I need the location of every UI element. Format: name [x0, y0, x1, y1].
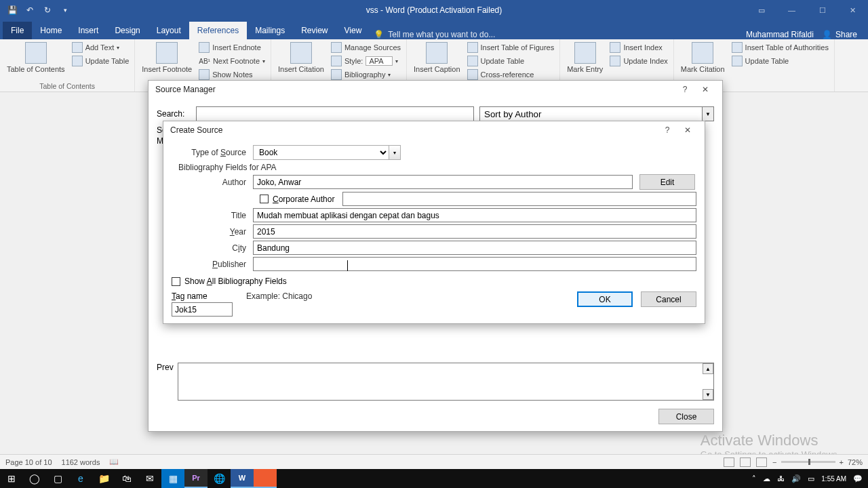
chrome-icon[interactable]: 🌐 [208, 469, 231, 488]
scroll-up-icon[interactable]: ▲ [703, 363, 713, 374]
language-icon[interactable]: ▭ [808, 474, 814, 483]
tell-me-search[interactable]: 💡 Tell me what you want to do... [374, 30, 495, 39]
update-table-button[interactable]: Update Table [71, 54, 131, 68]
save-icon[interactable]: 💾 [4, 2, 20, 18]
add-text-button[interactable]: Add Text▾ [71, 41, 131, 54]
zoom-slider[interactable] [781, 461, 835, 463]
insert-figures-button[interactable]: Insert Table of Figures [466, 41, 556, 54]
markentry-icon [574, 42, 596, 64]
table-of-contents-button[interactable]: Table of Contents [4, 41, 68, 75]
help-icon[interactable]: ? [675, 83, 695, 96]
update-toa-button[interactable]: Update Table [730, 54, 830, 68]
zoom-level[interactable]: 72% [848, 458, 863, 466]
update-figures-button[interactable]: Update Table [466, 54, 556, 68]
redo-icon[interactable]: ↻ [39, 2, 56, 18]
markcite-icon [692, 42, 713, 64]
edit-author-button[interactable]: Edit [639, 174, 695, 190]
chevron-down-icon[interactable]: ▼ [702, 106, 714, 121]
title-input[interactable] [253, 208, 696, 222]
recorder-icon[interactable] [254, 469, 277, 488]
read-mode-icon[interactable] [724, 458, 734, 467]
maximize-icon[interactable]: ☐ [807, 0, 837, 20]
insert-index-button[interactable]: Insert Index [608, 41, 669, 54]
close-button[interactable]: Close [658, 409, 714, 424]
taskview-icon[interactable]: ▢ [46, 469, 69, 488]
ribbon-options-icon[interactable]: ▭ [746, 0, 776, 20]
ok-button[interactable]: OK [577, 291, 633, 307]
close-icon[interactable]: ✕ [837, 0, 868, 20]
corporate-author-checkbox[interactable] [260, 195, 269, 203]
system-clock[interactable]: 1:55 AM [821, 475, 846, 483]
next-footnote-button[interactable]: AB¹Next Footnote▾ [197, 54, 267, 68]
action-center-icon[interactable]: 💬 [853, 474, 863, 483]
author-input[interactable] [253, 175, 633, 189]
city-input[interactable] [253, 241, 696, 255]
web-layout-icon[interactable] [756, 458, 767, 467]
word-count[interactable]: 1162 words [62, 458, 100, 466]
account-user[interactable]: Muhammad Rifaldi [746, 30, 814, 39]
page-count[interactable]: Page 10 of 10 [5, 458, 52, 466]
show-notes-button[interactable]: Show Notes [197, 68, 267, 81]
premiere-icon[interactable]: Pr [184, 469, 208, 488]
scroll-down-icon[interactable]: ▼ [703, 389, 713, 400]
explorer-icon[interactable]: 📁 [92, 469, 115, 488]
tray-chevron-icon[interactable]: ˄ [752, 474, 756, 483]
onedrive-icon[interactable]: ☁ [763, 474, 770, 483]
mark-entry-button[interactable]: Mark Entry [564, 41, 606, 75]
city-label: City [172, 243, 253, 253]
tab-references[interactable]: References [189, 22, 247, 39]
close-dialog-icon[interactable]: ✕ [677, 123, 698, 137]
manage-sources-button[interactable]: Manage Sources [330, 41, 402, 54]
share-button[interactable]: 👤 Share [822, 30, 857, 39]
print-layout-icon[interactable] [740, 458, 751, 467]
close-dialog-icon[interactable]: ✕ [695, 83, 715, 96]
mark-citation-button[interactable]: Mark Citation [678, 41, 728, 75]
cross-reference-button[interactable]: Cross-reference [466, 68, 556, 81]
insert-caption-button[interactable]: Insert Caption [411, 41, 462, 75]
cortana-icon[interactable]: ◯ [23, 469, 46, 488]
insert-citation-button[interactable]: Insert Citation [275, 41, 327, 75]
corporate-author-input[interactable] [342, 192, 696, 206]
update-index-button[interactable]: Update Index [608, 54, 669, 68]
tag-name-input[interactable] [172, 302, 233, 317]
mail-icon[interactable]: ✉ [138, 469, 161, 488]
year-input[interactable] [253, 224, 696, 239]
undo-icon[interactable]: ↶ [22, 2, 38, 18]
insert-footnote-button[interactable]: Insert Footnote [139, 41, 195, 75]
network-icon[interactable]: 🖧 [777, 474, 785, 483]
biblio-icon [331, 69, 342, 80]
show-all-checkbox[interactable] [172, 277, 180, 286]
volume-icon[interactable]: 🔊 [791, 474, 801, 483]
citation-style-select[interactable]: Style: APA▾ [330, 54, 402, 68]
tab-insert[interactable]: Insert [70, 22, 106, 39]
spellcheck-icon[interactable]: 📖 [109, 458, 119, 466]
zoom-in-icon[interactable]: + [840, 458, 844, 466]
qat-more-icon[interactable]: ▾ [57, 2, 73, 18]
chevron-down-icon[interactable]: ▾ [389, 145, 401, 160]
type-select[interactable]: Book ▾ [253, 145, 401, 160]
edge-icon[interactable]: e [69, 469, 92, 488]
preview-label: Prev [157, 363, 174, 372]
zoom-out-icon[interactable]: − [772, 458, 776, 466]
start-button[interactable]: ⊞ [0, 469, 23, 488]
sort-select[interactable] [479, 106, 702, 121]
insert-endnote-button[interactable]: Insert Endnote [197, 41, 267, 54]
tab-view[interactable]: View [336, 22, 370, 39]
help-icon[interactable]: ? [657, 123, 677, 137]
minimize-icon[interactable]: — [776, 0, 807, 20]
store-icon[interactable]: 🛍 [115, 469, 138, 488]
word-taskbar-icon[interactable]: W [231, 469, 254, 488]
insert-toa-button[interactable]: Insert Table of Authorities [730, 41, 830, 54]
tab-file[interactable]: File [3, 22, 32, 39]
tab-layout[interactable]: Layout [149, 22, 189, 39]
tab-mailings[interactable]: Mailings [247, 22, 293, 39]
insertindex-icon [610, 42, 620, 53]
tab-home[interactable]: Home [32, 22, 70, 39]
cancel-button[interactable]: Cancel [641, 291, 696, 307]
tab-design[interactable]: Design [106, 22, 148, 39]
publisher-input[interactable] [253, 257, 696, 271]
search-input[interactable] [196, 106, 474, 121]
bibliography-button[interactable]: Bibliography▾ [330, 68, 402, 81]
app1-icon[interactable]: ▦ [161, 469, 184, 488]
tab-review[interactable]: Review [293, 22, 336, 39]
